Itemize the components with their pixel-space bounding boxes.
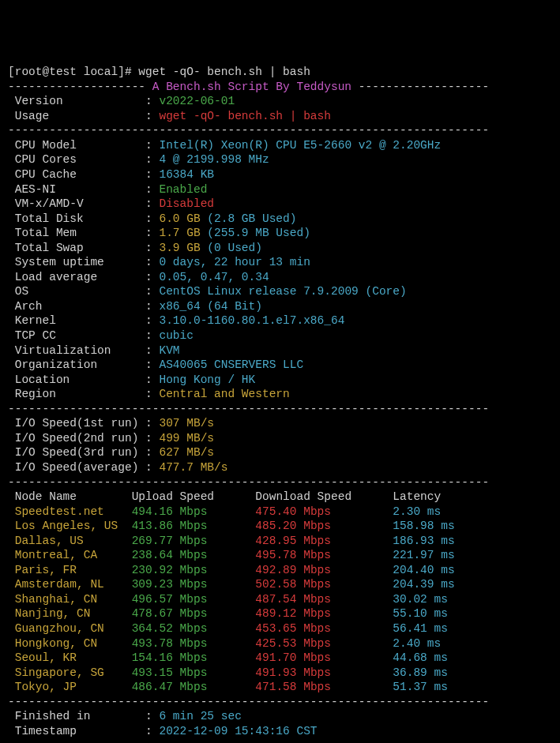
ioavg-label: I/O Speed(average) : (8, 461, 159, 474)
speed-download: 492.89 Mbps (255, 564, 393, 576)
col-download: Download Speed (255, 490, 393, 503)
ts-value: 2022-12-09 15:43:16 CST (159, 725, 317, 737)
version-label: Version : (8, 95, 159, 107)
speed-upload: 496.57 Mbps (132, 593, 256, 606)
cpu-model-label: CPU Model : (8, 139, 159, 152)
region-value: Central and Western (159, 388, 289, 400)
loc-label: Location : (8, 373, 159, 386)
tcp-value: cubic (159, 329, 194, 342)
speed-latency: 56.41 ms (393, 622, 475, 635)
aesni-label: AES-NI : (8, 183, 159, 196)
speed-node: Los Angeles, US (8, 520, 132, 532)
io2-label: I/O Speed(2nd run) : (8, 432, 159, 445)
org-value: AS40065 CNSERVERS LLC (159, 358, 303, 371)
cpu-cores-value: 4 @ 2199.998 MHz (159, 153, 269, 166)
io3-value: 627 MB/s (159, 446, 214, 459)
col-node: Node Name (8, 490, 132, 503)
speed-download: 453.65 Mbps (255, 622, 393, 635)
speed-node: Seoul, KR (8, 651, 132, 664)
finished-value: 6 min 25 sec (159, 710, 241, 722)
mem-value: 1.7 GB (159, 227, 200, 239)
prompt-command: wget -qO- bench.sh | bash (138, 66, 310, 78)
hr: ----------------------------------------… (8, 124, 489, 137)
speed-download: 487.54 Mbps (255, 593, 393, 606)
speed-node: Montreal, CA (8, 549, 132, 561)
header-title: A Bench.sh Script By Teddysun (152, 81, 351, 93)
virt-label: Virtualization : (8, 344, 159, 357)
speed-node: Tokyo, JP (8, 681, 132, 693)
speed-node: Paris, FR (8, 564, 132, 576)
speed-download: 475.40 Mbps (255, 505, 393, 518)
speed-download: 471.58 Mbps (255, 681, 393, 693)
hr: ----------------------------------------… (8, 696, 489, 708)
speed-latency: 36.89 ms (393, 666, 475, 679)
col-latency: Latency (393, 490, 475, 503)
speed-latency: 186.93 ms (393, 535, 475, 547)
hr: ----------------------------------------… (8, 403, 489, 415)
kernel-value: 3.10.0-1160.80.1.el7.x86_64 (159, 314, 344, 327)
tcp-label: TCP CC : (8, 329, 159, 342)
vmx-value: Disabled (159, 197, 214, 210)
virt-value: KVM (159, 344, 179, 357)
uptime-value: 0 days, 22 hour 13 min (159, 256, 310, 268)
version-value: v2022-06-01 (159, 95, 235, 107)
disk-label: Total Disk : (8, 212, 159, 225)
speed-upload: 413.86 Mbps (132, 520, 256, 532)
hr: ----------------------------------------… (8, 476, 489, 489)
header-dashes-left: -------------------- (8, 81, 152, 93)
loc-value: Hong Kong / HK (159, 373, 255, 386)
org-label: Organization : (8, 358, 159, 371)
speed-node: Singapore, SG (8, 666, 132, 679)
speed-latency: 51.37 ms (393, 681, 475, 693)
speed-upload: 238.64 Mbps (132, 549, 256, 561)
speed-upload: 309.23 Mbps (132, 578, 256, 591)
cpu-cores-label: CPU Cores : (8, 153, 159, 166)
speed-latency: 30.02 ms (393, 593, 475, 606)
usage-label: Usage : (8, 110, 159, 122)
speed-download: 491.70 Mbps (255, 651, 393, 664)
io1-value: 307 MB/s (159, 417, 214, 430)
os-value: CentOS Linux release 7.9.2009 (Core) (159, 285, 406, 298)
speed-node: Dallas, US (8, 535, 132, 547)
speed-latency: 44.68 ms (393, 651, 475, 664)
finished-label: Finished in : (8, 710, 159, 722)
speed-node: Speedtest.net (8, 505, 132, 518)
speed-latency: 221.97 ms (393, 549, 475, 561)
io3-label: I/O Speed(3rd run) : (8, 446, 159, 459)
speed-upload: 486.47 Mbps (132, 681, 256, 693)
swap-label: Total Swap : (8, 242, 159, 254)
hr: ----------------------------------------… (8, 739, 489, 743)
speed-upload: 154.16 Mbps (132, 651, 256, 664)
prompt-user-host: [root@test local]# (8, 66, 132, 78)
speed-download: 502.58 Mbps (255, 578, 393, 591)
cpu-cache-label: CPU Cache : (8, 168, 159, 181)
speed-download: 491.93 Mbps (255, 666, 393, 679)
speed-latency: 2.40 ms (393, 637, 475, 650)
cpu-model-value: Intel(R) Xeon(R) CPU E5-2660 v2 @ 2.20GH… (159, 139, 441, 152)
io2-value: 499 MB/s (159, 432, 214, 445)
io1-label: I/O Speed(1st run) : (8, 417, 159, 430)
disk-used: (2.8 GB Used) (201, 212, 297, 225)
aesni-value: Enabled (159, 183, 207, 196)
mem-used: (255.9 MB Used) (201, 227, 310, 239)
speed-download: 428.95 Mbps (255, 535, 393, 547)
arch-label: Arch : (8, 300, 159, 313)
speed-upload: 478.67 Mbps (132, 607, 256, 620)
speed-upload: 494.16 Mbps (132, 505, 256, 518)
kernel-label: Kernel : (8, 314, 159, 327)
usage-value: wget -qO- bench.sh | bash (159, 110, 331, 122)
os-label: OS : (8, 285, 159, 298)
speed-node: Amsterdam, NL (8, 578, 132, 591)
speed-download: 485.20 Mbps (255, 520, 393, 532)
speed-download: 489.12 Mbps (255, 607, 393, 620)
speed-latency: 158.98 ms (393, 520, 475, 532)
terminal-output: [root@test local]# wget -qO- bench.sh | … (8, 65, 552, 743)
vmx-label: VM-x/AMD-V : (8, 197, 159, 210)
ioavg-value: 477.7 MB/s (159, 461, 227, 474)
prompt-line: [root@test local]# wget -qO- bench.sh | … (8, 66, 310, 78)
speed-latency: 204.40 ms (393, 564, 475, 576)
swap-value: 3.9 GB (159, 242, 200, 254)
speed-upload: 230.92 Mbps (132, 564, 256, 576)
mem-label: Total Mem : (8, 227, 159, 239)
ts-label: Timestamp : (8, 725, 159, 737)
